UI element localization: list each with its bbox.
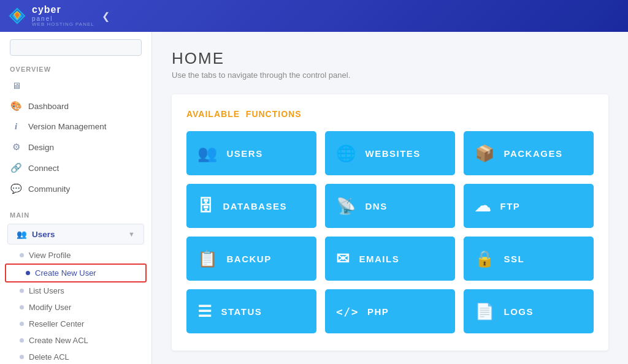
functions-grid: 👥 USERS 🌐 WEBSITES 📦 PACKAGES 🗄 DATABASE… — [186, 131, 594, 333]
sidebar-item-version-management[interactable]: i Version Management — [0, 116, 151, 137]
function-label: BACKUP — [227, 254, 272, 264]
main-content: HOME Use the tabs to navigate through th… — [152, 32, 628, 364]
status-icon: ☰ — [197, 302, 213, 321]
functions-label: AVAILABLE — [186, 109, 240, 119]
top-navigation: cyber panel WEB HOSTING PANEL ❮ — [0, 0, 628, 32]
sidebar-search-area — [0, 32, 151, 61]
sub-item-label: Create New ACL — [29, 336, 88, 345]
logo-icon — [7, 6, 27, 26]
bullet-icon — [26, 271, 30, 275]
sidebar-sub-create-new-acl[interactable]: Create New ACL — [0, 332, 151, 349]
function-label: LOGS — [504, 306, 534, 317]
function-packages-button[interactable]: 📦 PACKAGES — [464, 131, 594, 175]
sidebar-item-label: Community — [28, 184, 70, 194]
function-label: PACKAGES — [504, 148, 563, 159]
function-status-button[interactable]: ☰ STATUS — [186, 289, 316, 333]
function-php-button[interactable]: </> PHP — [325, 289, 455, 333]
bullet-icon — [20, 305, 24, 309]
function-ssl-button[interactable]: 🔒 SSL — [464, 237, 594, 281]
users-dropdown-left: 👥 Users — [17, 229, 55, 239]
sidebar-sub-delete-acl[interactable]: Delete ACL — [0, 349, 151, 364]
logo-text: cyber panel WEB HOSTING PANEL — [32, 4, 94, 27]
sidebar-item-community[interactable]: 💬 Community — [0, 178, 151, 199]
sidebar-sub-reseller-center[interactable]: Reseller Center — [0, 316, 151, 332]
bullet-icon — [20, 289, 24, 293]
php-icon: </> — [336, 305, 359, 318]
function-users-button[interactable]: 👥 USERS — [186, 131, 316, 175]
sub-item-label: List Users — [29, 286, 64, 295]
function-label: DATABASES — [223, 201, 288, 211]
sidebar-item-dashboard[interactable]: 🎨 Dashboard — [0, 96, 151, 116]
connect-icon: 🔗 — [10, 162, 22, 173]
sub-item-label: Delete ACL — [29, 352, 69, 362]
users-dropdown-icon: 👥 — [17, 229, 27, 239]
sidebar-toggle-button[interactable]: ❮ — [102, 10, 110, 22]
sidebar-item-connect[interactable]: 🔗 Connect — [0, 157, 151, 178]
sidebar-sub-list-users[interactable]: List Users — [0, 282, 151, 299]
sidebar-sub-create-new-user[interactable]: Create New User — [6, 265, 145, 281]
sub-item-label: Modify User — [29, 303, 71, 312]
packages-icon: 📦 — [475, 144, 496, 163]
function-ftp-button[interactable]: ☁ FTP — [464, 184, 594, 228]
page-subtitle: Use the tabs to navigate through the con… — [172, 70, 608, 80]
bullet-icon — [20, 355, 24, 359]
functions-label-accent: FUNCTIONS — [246, 109, 302, 119]
sidebar-item-label: Connect — [28, 164, 59, 173]
users-dropdown-label: Users — [32, 230, 55, 239]
function-databases-button[interactable]: 🗄 DATABASES — [186, 184, 316, 228]
sidebar-sub-view-profile[interactable]: View Profile — [0, 247, 151, 264]
sub-item-label: Create New User — [35, 268, 96, 278]
function-backup-button[interactable]: 📋 BACKUP — [186, 237, 316, 281]
sub-item-label: Reseller Center — [29, 319, 84, 328]
dns-icon: 📡 — [336, 197, 357, 216]
function-dns-button[interactable]: 📡 DNS — [325, 184, 455, 228]
sub-item-label: View Profile — [29, 251, 71, 260]
sidebar-item-monitor[interactable]: 🖥 — [0, 75, 151, 96]
sidebar: OVERVIEW 🖥 🎨 Dashboard i Version Managem… — [0, 32, 152, 364]
databases-icon: 🗄 — [197, 197, 215, 216]
functions-title: AVAILABLE FUNCTIONS — [186, 109, 594, 119]
users-icon: 👥 — [197, 144, 218, 163]
sidebar-sub-modify-user[interactable]: Modify User — [0, 299, 151, 316]
function-emails-button[interactable]: ✉ EMAILS — [325, 237, 455, 281]
function-label: PHP — [367, 306, 389, 317]
sidebar-item-label: Design — [28, 143, 54, 152]
chevron-down-icon: ▼ — [128, 230, 135, 238]
function-label: WEBSITES — [366, 148, 421, 159]
sidebar-item-label: Version Management — [28, 122, 107, 131]
users-dropdown[interactable]: 👥 Users ▼ — [7, 224, 144, 245]
create-new-user-highlight: Create New User — [5, 264, 147, 282]
function-websites-button[interactable]: 🌐 WEBSITES — [325, 131, 455, 175]
function-label: USERS — [227, 148, 263, 159]
sidebar-item-label: Dashboard — [28, 102, 69, 111]
emails-icon: ✉ — [336, 249, 351, 268]
search-input[interactable] — [10, 39, 142, 56]
functions-card: AVAILABLE FUNCTIONS 👥 USERS 🌐 WEBSITES 📦… — [172, 94, 608, 351]
dashboard-icon: 🎨 — [10, 100, 22, 112]
function-logs-button[interactable]: 📄 LOGS — [464, 289, 594, 333]
overview-section-label: OVERVIEW — [0, 61, 151, 75]
ssl-icon: 🔒 — [475, 249, 496, 268]
gear-icon: ⚙ — [10, 142, 22, 153]
logo: cyber panel WEB HOSTING PANEL — [7, 4, 94, 27]
ftp-icon: ☁ — [475, 197, 492, 216]
function-label: SSL — [504, 254, 525, 264]
function-label: DNS — [366, 201, 388, 211]
logs-icon: 📄 — [475, 302, 496, 321]
function-label: FTP — [500, 201, 521, 211]
function-label: STATUS — [221, 306, 262, 317]
monitor-icon: 🖥 — [10, 80, 22, 91]
bullet-icon — [20, 253, 24, 257]
page-title: HOME — [172, 49, 608, 68]
community-icon: 💬 — [10, 183, 22, 194]
bullet-icon — [20, 338, 24, 343]
main-section-label: MAIN — [0, 204, 151, 221]
function-label: EMAILS — [359, 254, 400, 264]
websites-icon: 🌐 — [336, 144, 357, 163]
backup-icon: 📋 — [197, 249, 218, 268]
bullet-icon — [20, 322, 24, 326]
sidebar-item-design[interactable]: ⚙ Design — [0, 137, 151, 157]
info-icon: i — [10, 121, 22, 132]
